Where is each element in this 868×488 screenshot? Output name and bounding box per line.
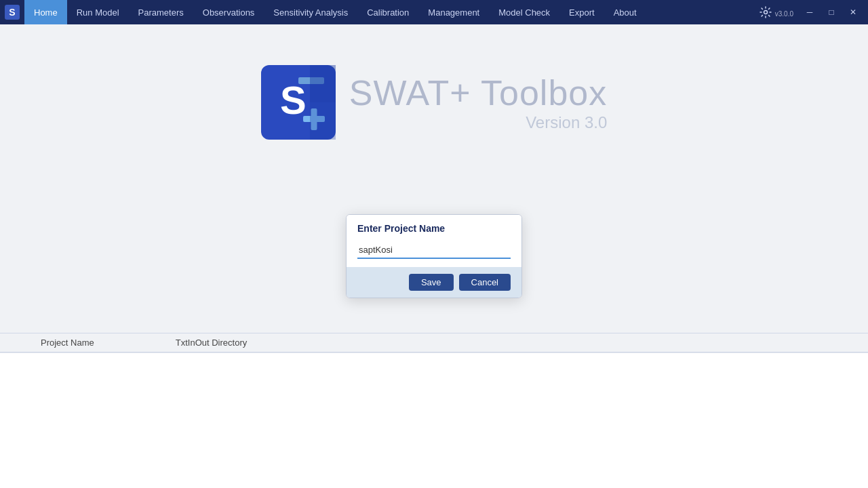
dialog-title: Enter Project Name xyxy=(357,223,511,234)
dialog-header: Enter Project Name xyxy=(347,215,521,239)
titlebar-controls: v3.0.0 ─ □ ✕ xyxy=(775,5,868,19)
nav-item-observations[interactable]: Observations xyxy=(193,0,264,24)
nav-menu: HomeRun ModelParametersObservationsSensi… xyxy=(24,0,756,24)
svg-text:S: S xyxy=(9,7,15,18)
cancel-button[interactable]: Cancel xyxy=(459,274,511,291)
dialog-footer: Save Cancel xyxy=(347,267,521,298)
nav-item-about[interactable]: About xyxy=(604,0,646,24)
project-name-input[interactable] xyxy=(357,242,511,259)
nav-item-model-check[interactable]: Model Check xyxy=(489,0,559,24)
table-area: Project NameTxtInOut Directory xyxy=(0,333,868,488)
nav-item-home[interactable]: Home xyxy=(24,0,67,24)
table-body xyxy=(0,352,868,488)
titlebar: S HomeRun ModelParametersObservationsSen… xyxy=(0,0,868,24)
nav-item-export[interactable]: Export xyxy=(559,0,604,24)
nav-item-calibration[interactable]: Calibration xyxy=(357,0,418,24)
save-button[interactable]: Save xyxy=(409,274,454,291)
maximize-button[interactable]: □ xyxy=(822,5,841,19)
close-button[interactable]: ✕ xyxy=(844,5,863,19)
project-name-dialog: Enter Project Name Save Cancel xyxy=(346,214,522,298)
nav-item-parameters[interactable]: Parameters xyxy=(129,0,193,24)
minimize-button[interactable]: ─ xyxy=(800,5,819,19)
nav-item-run-model[interactable]: Run Model xyxy=(67,0,129,24)
table-header: Project NameTxtInOut Directory xyxy=(0,333,868,352)
version-label: v3.0.0 xyxy=(775,10,797,19)
main-content: S SWAT+ Toolbox Version 3.0 Enter Projec… xyxy=(0,24,868,488)
svg-point-2 xyxy=(764,11,767,14)
nav-item-management[interactable]: Management xyxy=(418,0,489,24)
dialog-input-row xyxy=(347,239,521,267)
table-column-header: Project Name xyxy=(41,338,94,348)
nav-item-sensitivity-analysis[interactable]: Sensitivity Analysis xyxy=(264,0,357,24)
table-column-header: TxtInOut Directory xyxy=(176,338,247,348)
app-logo: S xyxy=(0,0,24,24)
settings-icon-button[interactable] xyxy=(756,3,775,22)
